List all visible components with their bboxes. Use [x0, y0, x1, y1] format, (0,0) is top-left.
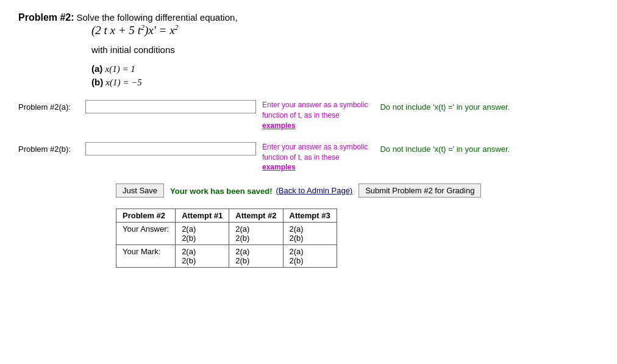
examples-link-b[interactable]: examples [262, 163, 296, 171]
results-table: Problem #2 Attempt #1 Attempt #2 Attempt… [116, 209, 337, 268]
just-save-button[interactable]: Just Save [116, 184, 164, 198]
problem-number: Problem #2: [18, 12, 74, 23]
col-header-3: Attempt #3 [283, 209, 337, 223]
input-row-a: Problem #2(a): Enter your answer as a sy… [18, 100, 599, 130]
examples-link-a[interactable]: examples [262, 121, 296, 130]
with-initial-label: with initial conditions [91, 45, 599, 55]
cond-a-eq: x(1) = 1 [105, 64, 135, 74]
col-header-1: Attempt #1 [176, 209, 229, 223]
answer-attempt1: 2(a) 2(b) [176, 223, 229, 245]
do-not-include-b: Do not include 'x(t) =' in your answer. [380, 142, 510, 154]
problem-description: Solve the following differential equatio… [76, 12, 237, 23]
hint-block-b: Enter your answer as a symbolic function… [262, 142, 368, 173]
answer-row-label: Your Answer: [116, 223, 176, 245]
answer-input-a[interactable] [85, 100, 256, 113]
hint-block-a: Enter your answer as a symbolic function… [262, 100, 368, 130]
mark-attempt1: 2(a) 2(b) [176, 245, 229, 268]
submit-button[interactable]: Submit Problem #2 for Grading [358, 184, 481, 198]
equation-display: (2 t x + 5 t2)x′ = x2 [91, 23, 599, 37]
cond-b-label: (b) [91, 77, 103, 87]
condition-a: (a) x(1) = 1 [91, 63, 599, 74]
equation-block: (2 t x + 5 t2)x′ = x2 with initial condi… [91, 23, 599, 88]
mark-attempt2: 2(a) 2(b) [229, 245, 283, 268]
problem-header: Problem #2: Solve the following differen… [18, 12, 599, 23]
table-row-mark: Your Mark: 2(a) 2(b) 2(a) 2(b) 2(a) 2(b) [116, 245, 337, 268]
saved-message: Your work has been saved! [170, 187, 272, 196]
conditions-block: (a) x(1) = 1 (b) x(1) = −5 [91, 63, 599, 88]
input-label-b: Problem #2(b): [18, 142, 85, 154]
hint-text-b-line2: function of t, as in these [262, 153, 340, 162]
mark-attempt3: 2(a) 2(b) [283, 245, 337, 268]
hint-text-a-line2: function of t, as in these [262, 111, 340, 120]
table-row-answer: Your Answer: 2(a) 2(b) 2(a) 2(b) 2(a) 2(… [116, 223, 337, 245]
hint-text-a-line1: Enter your answer as a symbolic [262, 101, 368, 109]
do-not-include-a: Do not include 'x(t) =' in your answer. [380, 100, 510, 112]
answer-attempt2: 2(a) 2(b) [229, 223, 283, 245]
cond-b-eq: x(1) = −5 [105, 77, 141, 87]
hint-text-b-line1: Enter your answer as a symbolic [262, 143, 368, 151]
answer-input-b[interactable] [85, 142, 256, 155]
col-header-2: Attempt #2 [229, 209, 283, 223]
back-to-admin-link[interactable]: (Back to Admin Page) [276, 186, 352, 195]
cond-a-label: (a) [91, 63, 102, 74]
col-header-0: Problem #2 [116, 209, 176, 223]
mark-row-label: Your Mark: [116, 245, 176, 268]
answer-attempt3: 2(a) 2(b) [283, 223, 337, 245]
action-row: Just Save Your work has been saved! (Bac… [116, 184, 599, 198]
input-label-a: Problem #2(a): [18, 100, 85, 112]
input-row-b: Problem #2(b): Enter your answer as a sy… [18, 142, 599, 173]
condition-b: (b) x(1) = −5 [91, 77, 599, 88]
